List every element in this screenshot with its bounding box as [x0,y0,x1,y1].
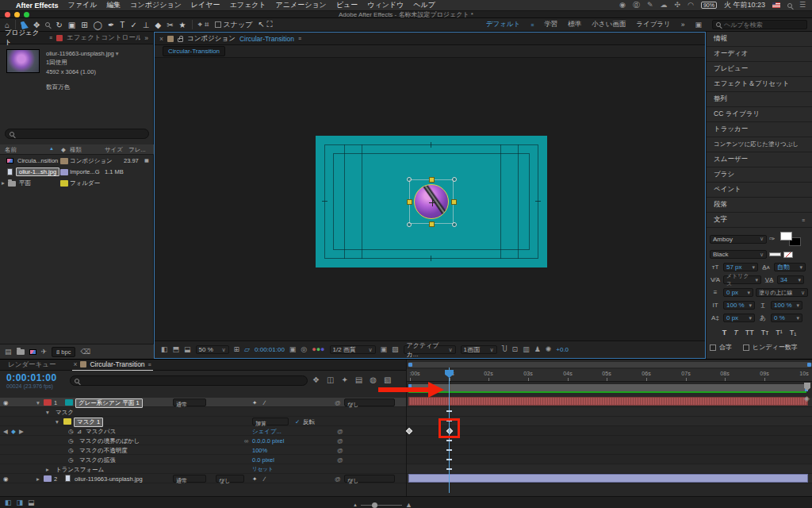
property-value[interactable]: 0.0 pixel [252,456,274,464]
transform-label[interactable]: トランスフォーム [56,466,104,474]
label-color-chip[interactable] [60,169,68,175]
exposure-reset-icon[interactable]: ✺ [546,346,552,353]
panel-info[interactable]: 情報 [707,32,812,47]
workspace-small-screen[interactable]: 小さい画面 [592,20,626,29]
panel-effects-presets[interactable]: エフェクト＆プリセット [707,77,812,92]
pixel-aspect-icon[interactable]: Ⴎ [502,346,508,353]
zoom-tool-icon[interactable] [45,22,50,27]
transform-row[interactable]: ▸ トランスフォーム リセット [0,464,406,474]
mask1-row[interactable]: ▾ マスク 1 加算∨ ✓ 反転 [0,417,406,426]
kerning-dropdown[interactable]: メトリクス▾ [723,275,761,284]
new-folder-icon[interactable] [17,349,25,355]
comp-mini-flowchart-icon[interactable]: ❖ [312,375,320,384]
ligatures-checkbox[interactable] [710,344,716,351]
workspace-switcher-icon[interactable]: ▣ [695,21,702,29]
layer-row-1[interactable]: ◉ ▾ 1 グレー系シアン 平面 1 通常∨ ✦ ∕ @ なし∨ [0,398,406,407]
mask-path-row[interactable]: ◀ ◆ ▶ ◷ ⊿ マスクパス シェイプ... @ [0,426,406,436]
stopwatch-icon[interactable]: ◷ [68,437,74,444]
frame-blending-icon[interactable]: ▤ [355,375,362,384]
visibility-eye-icon[interactable]: ◉ [3,475,9,483]
label-column-icon[interactable]: ◆ [61,146,66,153]
fill-color-swatch[interactable] [780,232,792,241]
mask-feather-row[interactable]: ◷ マスクの境界のぼかし ∞ 0.0,0.0 pixel @ [0,436,406,445]
parent-dropdown[interactable]: なし∨ [344,398,395,406]
menu-edit[interactable]: 編集 [106,0,121,10]
item-name-selected[interactable]: oliur-1...sh.jpg [16,167,59,176]
snap-toggle[interactable]: スナップ [215,20,253,30]
faux-italic-button[interactable]: T [733,329,738,337]
font-size-dropdown[interactable]: 57 px▾ [723,263,758,271]
comp-marker-button-icon[interactable]: ◈ [804,395,810,402]
comp-tab-name[interactable]: Circular-Transition [239,35,294,43]
mask-vertex-top-right[interactable] [452,177,457,182]
breadcrumb-chip[interactable]: Circular-Transition [163,46,225,56]
font-style-dropdown[interactable]: Black∨ [710,250,767,259]
main-viewer-icon[interactable]: ⬒ [173,346,180,353]
composition-canvas[interactable] [155,58,705,341]
menu-help[interactable]: ヘルプ [413,0,435,10]
twirl-open-icon[interactable]: ▾ [46,409,49,416]
timeline-track-area[interactable]: :00s 01s 02s 03s 04s 05s 06s 07s 08s 09s… [406,360,812,496]
tab-render-queue[interactable]: レンダーキュー [8,360,56,370]
column-fps[interactable]: フレ... [128,146,146,154]
menu-layer[interactable]: レイヤー [191,0,220,10]
brush-tool-icon[interactable]: ✓ [130,21,136,29]
mask-blend-dropdown[interactable]: 加算∨ [252,418,289,425]
menu-file[interactable]: ファイル [68,0,98,10]
all-caps-button[interactable]: TT [745,329,754,337]
workspace-menu-icon[interactable]: ≡ [530,22,534,28]
next-keyframe-icon[interactable]: ▶ [19,428,24,435]
puppet-pin-tool-icon[interactable]: ★ [179,21,186,29]
pen-tool-icon[interactable]: ✒ [108,21,114,29]
show-snapshot-icon[interactable]: ◎ [301,346,307,353]
wifi-icon[interactable]: ◠ [688,2,694,9]
panel-paint[interactable]: ペイント [707,183,812,198]
settings-icon[interactable]: ✣ [674,2,680,9]
item-name[interactable]: Circula...nsition [17,157,58,164]
mask-color-chip[interactable] [63,418,71,425]
layer2-duration-bar[interactable] [408,474,808,483]
blend-mode-dropdown[interactable]: 通常∨ [173,475,206,483]
subscript-button[interactable]: T₁ [790,329,797,337]
target-region-icon[interactable]: ▣ [381,346,388,353]
record-icon[interactable]: ◉ [619,2,626,9]
workspace-overflow[interactable]: » [681,21,685,29]
channels-icon[interactable]: ●●● [312,346,324,353]
prev-keyframe-icon[interactable]: ◀ [3,428,8,435]
cloud-icon[interactable]: ☁ [660,2,667,9]
mask-group-row[interactable]: ▾ マスク [0,407,406,417]
zoom-in-mountain-icon[interactable]: ▲ [405,501,412,508]
pen-status-icon[interactable]: ✎ [647,2,653,9]
mask-opacity-row[interactable]: ◷ マスクの不透明度 100% @ [0,445,406,455]
invert-checkbox[interactable]: ✓ [295,418,300,425]
status-icon-d[interactable]: ⓓ [633,2,640,9]
stroke-width-dropdown[interactable]: 0 px▾ [723,288,753,297]
stroke-style-dropdown[interactable]: 塗りの上に線∨ [756,288,808,297]
mask-expansion-row[interactable]: ◷ マスクの拡張 0.0 pixel @ [0,455,406,464]
pickwhip-icon[interactable]: @ [337,428,343,435]
camera-tool-icon[interactable]: ▣ [68,21,75,29]
mask-vertex-bottom-right[interactable] [452,222,457,227]
tab-overflow-icon[interactable]: » [144,34,148,42]
zoom-out-mountain-icon[interactable]: ▲ [353,502,358,507]
link-dimensions-icon[interactable]: ∞ [244,437,248,444]
panel-menu-icon[interactable]: ≡ [802,217,805,223]
mask-vertex-top-left[interactable] [407,177,412,182]
keyframe-toggle-icon[interactable]: ◆ [11,428,16,435]
interpret-footage-icon[interactable]: ▤ [5,348,12,356]
work-area-bar[interactable] [408,384,808,391]
twirl-closed-icon[interactable]: ▸ [46,466,49,473]
expand-transfer-controls-icon[interactable]: ◨ [17,499,24,506]
navigator-end-handle[interactable] [807,363,811,367]
tab-project[interactable]: プロジェクト [5,29,45,48]
timeline-search-input[interactable] [70,375,308,386]
no-stroke-swatch[interactable] [783,252,793,258]
sort-ascending-icon[interactable]: ▲ [49,146,54,151]
workspace-default[interactable]: デフォルト [486,20,521,29]
twirl-open-icon[interactable]: ▾ [36,399,40,406]
font-family-dropdown[interactable]: Amboy∨ [710,235,767,244]
hide-shy-layers-icon[interactable]: ✦ [341,375,347,384]
handle-bottom-center[interactable] [429,221,435,227]
shape-tool-icon[interactable]: ◯ [94,21,102,29]
timeline-zoom-control[interactable]: ▲ ▲ [353,501,412,508]
